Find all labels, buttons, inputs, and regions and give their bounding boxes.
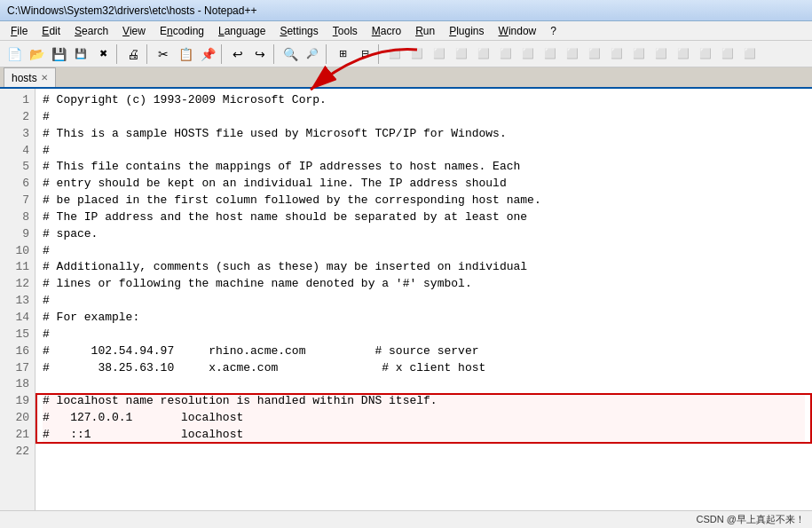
menu-view[interactable]: View <box>115 23 153 39</box>
code-line-7: # be placed in the first column followed… <box>43 193 805 209</box>
save-all-button[interactable]: 💾 <box>70 43 91 65</box>
line-number-11: 11 <box>0 259 29 276</box>
code-line-22 <box>43 444 805 461</box>
code-line-17: # 38.25.63.10 x.acme.com # x client host <box>43 360 805 377</box>
toolbar-separator-6 <box>378 44 382 64</box>
tb-btn-misc17[interactable]: ⬜ <box>739 43 761 65</box>
code-area[interactable]: # Copyright (c) 1993-2009 Microsoft Corp… <box>35 89 812 510</box>
zoom-out-button[interactable]: ⊟ <box>354 43 375 65</box>
line-number-9: 9 <box>0 226 29 243</box>
tb-btn-misc15[interactable]: ⬜ <box>695 43 716 65</box>
toolbar: 📄 📂 💾 💾 ✖ 🖨 ✂ 📋 📌 ↩ ↪ 🔍 🔎 ⊞ ⊟ ⬜ ⬜ ⬜ ⬜ ⬜ … <box>0 41 812 67</box>
tb-btn-misc7[interactable]: ⬜ <box>517 43 539 65</box>
tb-btn-misc14[interactable]: ⬜ <box>673 43 694 65</box>
menu-plugins[interactable]: Plugins <box>442 23 491 39</box>
line-number-1: 1 <box>0 92 29 109</box>
watermark-text: CSDN @早上真起不来！ <box>697 513 805 526</box>
menu-help[interactable]: ? <box>543 23 564 39</box>
code-line-19: # localhost name resolution is handled w… <box>43 393 805 410</box>
line-number-14: 14 <box>0 310 29 327</box>
code-line-14: # For example: <box>43 310 805 327</box>
tb-btn-misc13[interactable]: ⬜ <box>650 43 672 65</box>
code-line-2: # <box>43 109 805 126</box>
close-button[interactable]: ✖ <box>92 43 114 65</box>
code-line-6: # entry should be kept on an individual … <box>43 176 805 193</box>
line-number-22: 22 <box>0 444 29 461</box>
line-number-4: 4 <box>0 143 29 160</box>
tb-btn-misc2[interactable]: ⬜ <box>406 43 428 65</box>
code-line-15: # <box>43 327 805 343</box>
code-line-12: # lines or following the machine name de… <box>43 276 805 293</box>
line-number-18: 18 <box>0 376 29 393</box>
menu-run[interactable]: Run <box>408 23 442 39</box>
line-number-3: 3 <box>0 126 29 143</box>
menu-encoding[interactable]: Encoding <box>153 23 211 39</box>
undo-button[interactable]: ↩ <box>227 43 248 65</box>
tab-bar: hosts ✕ <box>0 67 812 89</box>
code-line-11: # Additionally, comments (such as these)… <box>43 259 805 276</box>
code-line-4: # <box>43 143 805 160</box>
tb-btn-misc16[interactable]: ⬜ <box>717 43 738 65</box>
title-text: C:\Windows\System32\drivers\etc\hosts - … <box>7 4 256 17</box>
code-line-8: # The IP address and the host name shoul… <box>43 209 805 226</box>
menu-settings[interactable]: Settings <box>272 23 325 39</box>
menu-window[interactable]: Window <box>492 23 544 39</box>
status-bar: CSDN @早上真起不来！ <box>0 510 812 528</box>
menu-language[interactable]: Language <box>211 23 272 39</box>
code-line-20: # 127.0.0.1 localhost <box>43 410 805 427</box>
line-number-15: 15 <box>0 327 29 343</box>
code-line-1: # Copyright (c) 1993-2009 Microsoft Corp… <box>43 92 805 109</box>
tab-close-button[interactable]: ✕ <box>41 73 48 83</box>
code-line-21: # ::1 localhost <box>43 427 805 444</box>
tb-btn-misc8[interactable]: ⬜ <box>540 43 561 65</box>
tb-btn-misc4[interactable]: ⬜ <box>451 43 472 65</box>
tb-btn-misc1[interactable]: ⬜ <box>384 43 406 65</box>
menu-edit[interactable]: Edit <box>35 23 67 39</box>
line-number-6: 6 <box>0 176 29 193</box>
menu-macro[interactable]: Macro <box>365 23 408 39</box>
code-line-10: # <box>43 243 805 260</box>
find-button[interactable]: 🔍 <box>280 43 301 65</box>
menu-tools[interactable]: Tools <box>326 23 365 39</box>
tb-btn-misc6[interactable]: ⬜ <box>495 43 516 65</box>
save-button[interactable]: 💾 <box>48 43 69 65</box>
line-number-20: 20 <box>0 410 29 427</box>
toolbar-separator-3 <box>221 44 225 64</box>
title-bar: C:\Windows\System32\drivers\etc\hosts - … <box>0 0 812 21</box>
code-line-3: # This is a sample HOSTS file used by Mi… <box>43 126 805 143</box>
line-number-19: 19 <box>0 393 29 410</box>
menu-file[interactable]: File <box>4 23 35 39</box>
paste-button[interactable]: 📌 <box>197 43 218 65</box>
tb-btn-misc11[interactable]: ⬜ <box>606 43 627 65</box>
code-line-18 <box>43 376 805 393</box>
code-line-9: # space. <box>43 226 805 243</box>
line-number-17: 17 <box>0 360 29 377</box>
line-number-5: 5 <box>0 159 29 176</box>
code-line-5: # This file contains the mappings of IP … <box>43 159 805 176</box>
tb-btn-misc5[interactable]: ⬜ <box>473 43 494 65</box>
tb-btn-misc9[interactable]: ⬜ <box>562 43 583 65</box>
print-button[interactable]: 🖨 <box>122 43 144 65</box>
redo-button[interactable]: ↪ <box>249 43 271 65</box>
menu-bar: File Edit Search View Encoding Language … <box>0 21 812 41</box>
editor: 12345678910111213141516171819202122 # Co… <box>0 89 812 510</box>
line-number-7: 7 <box>0 193 29 209</box>
line-number-16: 16 <box>0 343 29 360</box>
tab-label: hosts <box>12 72 37 84</box>
zoom-in-button[interactable]: ⊞ <box>332 43 353 65</box>
cut-button[interactable]: ✂ <box>153 43 174 65</box>
tab-hosts[interactable]: hosts ✕ <box>4 67 56 87</box>
line-number-12: 12 <box>0 276 29 293</box>
line-number-13: 13 <box>0 293 29 310</box>
copy-button[interactable]: 📋 <box>175 43 196 65</box>
toolbar-separator-5 <box>326 44 329 64</box>
menu-search[interactable]: Search <box>67 23 115 39</box>
line-number-10: 10 <box>0 243 29 260</box>
tb-btn-misc12[interactable]: ⬜ <box>628 43 650 65</box>
open-button[interactable]: 📂 <box>26 43 47 65</box>
tb-btn-misc3[interactable]: ⬜ <box>429 43 450 65</box>
new-button[interactable]: 📄 <box>4 43 25 65</box>
toolbar-separator-2 <box>146 44 150 64</box>
replace-button[interactable]: 🔎 <box>302 43 323 65</box>
tb-btn-misc10[interactable]: ⬜ <box>584 43 605 65</box>
